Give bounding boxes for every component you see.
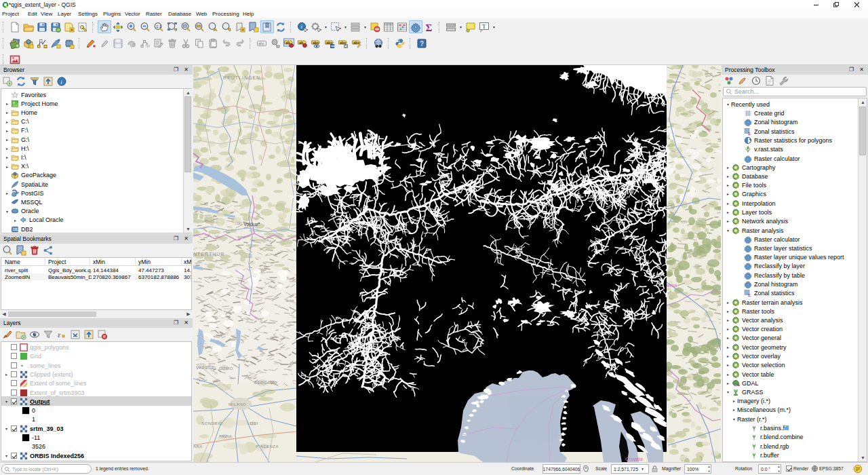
svg-text:abc: abc: [258, 41, 264, 45]
svg-text:ARA: ARA: [193, 444, 203, 449]
svg-text:Vaduz: Vaduz: [243, 221, 258, 227]
svg-text:abc: abc: [326, 40, 332, 44]
svg-text:ab: ab: [299, 40, 304, 44]
svg-text:ε: ε: [58, 330, 61, 339]
svg-text:T: T: [482, 23, 486, 30]
svg-text:Σ: Σ: [426, 22, 433, 33]
svg-text:MILANO: MILANO: [229, 402, 246, 406]
svg-text:LODI: LODI: [248, 421, 258, 425]
svg-text:abc: abc: [353, 40, 359, 44]
svg-text:VARESE: VARESE: [196, 366, 214, 370]
svg-text:REUTLINGEN: REUTLINGEN: [223, 75, 260, 80]
svg-text:PAVIA: PAVIA: [219, 434, 232, 438]
svg-text:NTERTHUR: NTERTHUR: [193, 252, 224, 256]
svg-text:?: ?: [420, 40, 424, 48]
svg-text:COMO: COMO: [219, 366, 233, 370]
svg-text:Σ: Σ: [748, 292, 751, 297]
svg-text:GDAL: GDAL: [734, 384, 740, 387]
svg-text:1:1: 1:1: [156, 24, 162, 28]
svg-text:SONDRIO: SONDRIO: [201, 421, 223, 425]
svg-text:BERGAMO: BERGAMO: [254, 381, 277, 385]
svg-text:Σ: Σ: [748, 131, 751, 135]
svg-text:Croatia: Croatia: [625, 456, 643, 462]
svg-text:DB2: DB2: [13, 228, 19, 231]
svg-text:abc: abc: [313, 40, 319, 44]
svg-text:abc: abc: [340, 40, 346, 44]
svg-text:PIACENZA: PIACENZA: [256, 444, 279, 449]
svg-text:i: i: [300, 24, 302, 30]
svg-text:enia: enia: [667, 282, 677, 288]
svg-text:ab: ab: [285, 40, 290, 44]
